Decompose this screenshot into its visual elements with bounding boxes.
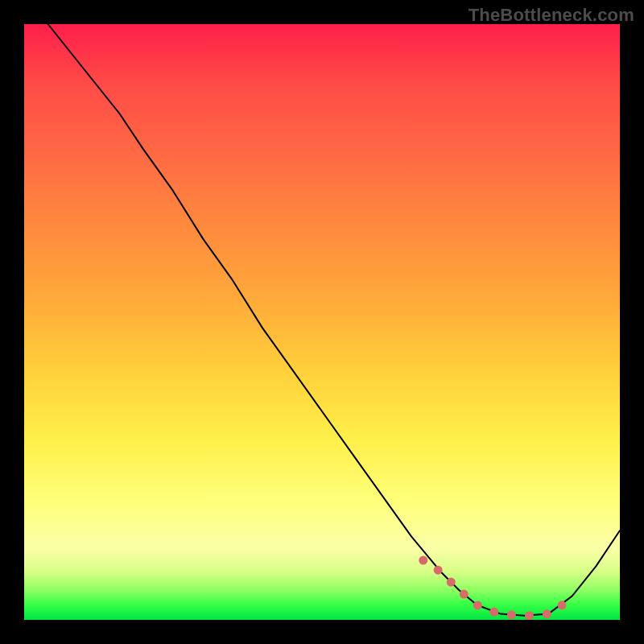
- watermark-text: TheBottleneck.com: [469, 5, 634, 26]
- chart-plot-area: [24, 24, 620, 620]
- bottleneck-curve: [48, 24, 620, 616]
- optimal-range-dots: [423, 560, 572, 616]
- chart-svg: [24, 24, 620, 620]
